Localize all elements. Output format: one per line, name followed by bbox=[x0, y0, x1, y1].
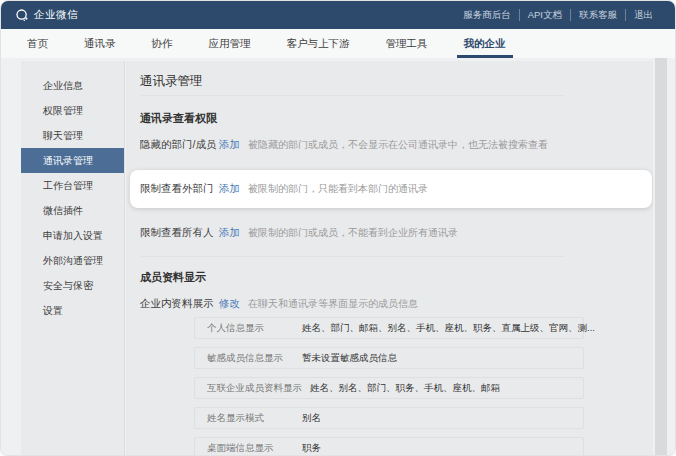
add-link[interactable]: 添加 bbox=[219, 226, 240, 240]
row-label: 企业内资料展示 bbox=[140, 297, 219, 311]
vertical-scrollbar[interactable] bbox=[655, 58, 667, 455]
divider bbox=[140, 256, 565, 257]
sidebar-item-external-comm[interactable]: 外部沟通管理 bbox=[21, 248, 124, 273]
detail-box-desktop-info: 桌面端信息显示 职务 bbox=[194, 437, 584, 455]
app-window: 企业微信 服务商后台 API文档 联系客服 退出 首页 通讯录 协作 应用管理 … bbox=[0, 0, 676, 456]
box-label: 个人信息显示 bbox=[207, 322, 302, 335]
page-title: 通讯录管理 bbox=[140, 73, 641, 89]
tab-home[interactable]: 首页 bbox=[27, 29, 48, 58]
box-label: 敏感成员信息显示 bbox=[207, 352, 302, 365]
sidebar-item-settings[interactable]: 设置 bbox=[21, 298, 124, 323]
box-value: 别名 bbox=[302, 412, 321, 425]
tab-contacts[interactable]: 通讯录 bbox=[84, 29, 116, 58]
sidebar-item-chat-management[interactable]: 聊天管理 bbox=[21, 123, 124, 148]
modify-link[interactable]: 修改 bbox=[219, 297, 240, 311]
sidebar-item-wechat-plugin[interactable]: 微信插件 bbox=[21, 198, 124, 223]
logout-link[interactable]: 退出 bbox=[625, 9, 661, 21]
sidebar-item-company-info[interactable]: 企业信息 bbox=[21, 73, 124, 98]
sidebar-item-permissions[interactable]: 权限管理 bbox=[21, 98, 124, 123]
box-label: 桌面端信息显示 bbox=[207, 442, 302, 455]
box-label: 互联企业成员资料显示 bbox=[207, 382, 310, 395]
tab-admin-tools[interactable]: 管理工具 bbox=[386, 29, 428, 58]
tab-app-management[interactable]: 应用管理 bbox=[209, 29, 251, 58]
detail-box-name-display-mode: 姓名显示模式 别名 bbox=[194, 407, 584, 429]
setting-row-hidden-departments: 隐藏的部门/成员 添加 被隐藏的部门或成员，不会显示在公司通讯录中，也无法被搜索… bbox=[140, 138, 641, 152]
row-label: 隐藏的部门/成员 bbox=[140, 138, 219, 152]
app-title: 企业微信 bbox=[34, 8, 78, 22]
detail-box-linked-company-profile: 互联企业成员资料显示 姓名、别名、部门、职务、手机、座机、邮箱 bbox=[194, 377, 584, 399]
highlighted-row-restrict-external-department: 限制查看外部门 添加 被限制的部门，只能看到本部门的通讯录 bbox=[130, 170, 652, 208]
main-content: 通讯录管理 通讯录查看权限 隐藏的部门/成员 添加 被隐藏的部门或成员，不会显示… bbox=[126, 61, 653, 455]
app-logo[interactable]: 企业微信 bbox=[15, 8, 78, 22]
row-description: 被隐藏的部门或成员，不会显示在公司通讯录中，也无法被搜索查看 bbox=[248, 138, 548, 152]
wechat-work-logo-icon bbox=[15, 8, 29, 22]
detail-box-sensitive-info: 敏感成员信息显示 暂未设置敏感成员信息 bbox=[194, 347, 584, 369]
api-docs-link[interactable]: API文档 bbox=[519, 9, 570, 21]
section-heading-member-profile: 成员资料显示 bbox=[140, 271, 641, 284]
page-body: 企业信息 权限管理 聊天管理 通讯录管理 工作台管理 微信插件 申请加入设置 外… bbox=[1, 58, 675, 455]
service-provider-console-link[interactable]: 服务商后台 bbox=[455, 9, 519, 21]
box-value: 暂未设置敏感成员信息 bbox=[302, 352, 397, 365]
setting-row-restrict-external: 限制查看外部门 添加 被限制的部门，只能看到本部门的通讯录 bbox=[140, 182, 428, 196]
sidebar-item-contacts-management[interactable]: 通讯录管理 bbox=[21, 148, 124, 173]
box-label: 姓名显示模式 bbox=[207, 412, 302, 425]
add-link[interactable]: 添加 bbox=[219, 138, 240, 152]
sidebar-item-security[interactable]: 安全与保密 bbox=[21, 273, 124, 298]
sidebar-item-join-settings[interactable]: 申请加入设置 bbox=[21, 223, 124, 248]
tab-customers[interactable]: 客户与上下游 bbox=[287, 29, 350, 58]
sidebar: 企业信息 权限管理 聊天管理 通讯录管理 工作台管理 微信插件 申请加入设置 外… bbox=[21, 61, 125, 455]
contact-support-link[interactable]: 联系客服 bbox=[570, 9, 625, 21]
profile-detail-boxes: 个人信息显示 姓名、部门、邮箱、别名、手机、座机、职务、直属上级、官网、测...… bbox=[194, 317, 584, 455]
row-description: 在聊天和通讯录等界面显示的成员信息 bbox=[248, 297, 418, 311]
tab-my-company[interactable]: 我的企业 bbox=[464, 29, 506, 58]
tab-collaboration[interactable]: 协作 bbox=[152, 29, 173, 58]
detail-box-personal-info: 个人信息显示 姓名、部门、邮箱、别名、手机、座机、职务、直属上级、官网、测... bbox=[194, 317, 584, 339]
add-link[interactable]: 添加 bbox=[219, 182, 240, 196]
main-nav: 首页 通讯录 协作 应用管理 客户与上下游 管理工具 我的企业 bbox=[1, 29, 675, 58]
top-links: 服务商后台 API文档 联系客服 退出 bbox=[455, 9, 661, 21]
setting-row-internal-profile: 企业内资料展示 修改 在聊天和通讯录等界面显示的成员信息 bbox=[140, 297, 641, 311]
setting-row-restrict-everyone: 限制查看所有人 添加 被限制的部门或成员，不能看到企业所有通讯录 bbox=[140, 226, 641, 240]
top-bar: 企业微信 服务商后台 API文档 联系客服 退出 bbox=[1, 1, 675, 29]
row-label: 限制查看外部门 bbox=[140, 182, 219, 196]
box-value: 姓名、别名、部门、职务、手机、座机、邮箱 bbox=[310, 382, 500, 395]
box-value: 职务 bbox=[302, 442, 321, 455]
sidebar-item-workbench[interactable]: 工作台管理 bbox=[21, 173, 124, 198]
row-label: 限制查看所有人 bbox=[140, 226, 219, 240]
row-description: 被限制的部门，只能看到本部门的通讯录 bbox=[248, 182, 428, 196]
divider bbox=[140, 95, 565, 96]
row-description: 被限制的部门或成员，不能看到企业所有通讯录 bbox=[248, 226, 458, 240]
box-value: 姓名、部门、邮箱、别名、手机、座机、职务、直属上级、官网、测... bbox=[302, 322, 595, 335]
section-heading-view-permissions: 通讯录查看权限 bbox=[140, 112, 641, 125]
